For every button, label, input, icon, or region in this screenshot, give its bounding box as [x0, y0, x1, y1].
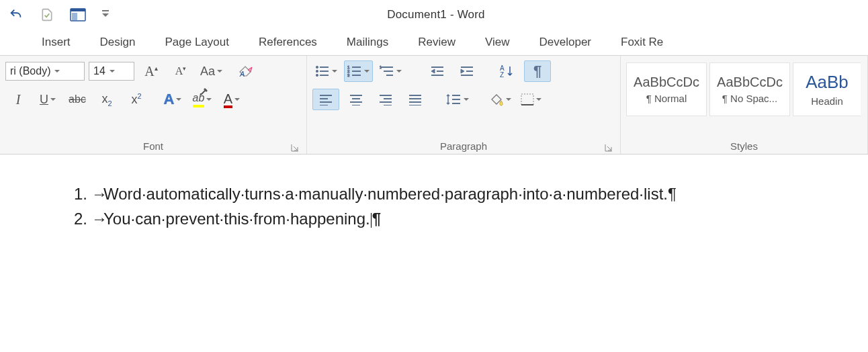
list-number-text: 1. [74, 185, 87, 203]
group-font: ri (Body) 14 A▴ A▾ Aa [0, 56, 307, 154]
increase-indent-button[interactable] [454, 61, 480, 81]
text-cursor [371, 213, 372, 228]
highlight-color-button[interactable]: ab [189, 89, 215, 109]
sort-button[interactable]: A Z [494, 61, 520, 81]
chevron-down-icon [536, 97, 541, 102]
font-size-combo[interactable]: 14 [89, 62, 134, 81]
tab-references[interactable]: References [244, 30, 332, 55]
chevron-down-icon [206, 97, 212, 102]
list-item: 1.→ Word·automatically·turns·a·manually·… [74, 181, 841, 206]
titlebar: Document1 - Word [0, 0, 868, 30]
pilcrow-mark: ¶ [372, 210, 381, 228]
font-color-button[interactable]: A [219, 89, 245, 109]
tab-page-layout[interactable]: Page Layout [150, 30, 243, 55]
document-area[interactable]: 1.→ Word·automatically·turns·a·manually·… [0, 155, 868, 231]
italic-button[interactable]: I [5, 89, 31, 109]
svg-point-9 [316, 74, 318, 76]
style-no-spacing[interactable]: AaBbCcDc ¶ No Spac... [709, 62, 790, 116]
numbering-button[interactable]: 1 2 3 [344, 60, 373, 82]
quick-access-toolbar [0, 7, 112, 23]
style-normal-preview: AaBbCcDc [634, 75, 699, 90]
borders-button[interactable] [518, 89, 544, 109]
underline-icon: U [40, 93, 48, 107]
tab-review[interactable]: Review [403, 30, 470, 55]
group-styles: AaBbCcDc ¶ Normal AaBbCcDc ¶ No Spac... … [621, 56, 868, 154]
align-right-button[interactable] [373, 89, 398, 109]
underline-button[interactable]: U [35, 89, 60, 109]
chevron-down-icon [364, 69, 370, 74]
align-right-icon [378, 93, 393, 105]
superscript-button[interactable]: x2 [124, 89, 149, 109]
svg-rect-1 [71, 9, 85, 11]
multilevel-icon: 1 [380, 65, 394, 77]
dialog-launcher-icon [291, 144, 299, 152]
clear-formatting-button[interactable]: A [233, 61, 259, 81]
tab-foxit[interactable]: Foxit Re [606, 30, 678, 55]
strikethrough-icon: abc [69, 93, 86, 105]
tab-design[interactable]: Design [85, 30, 150, 55]
chevron-down-icon [176, 97, 181, 102]
font-name-combo[interactable]: ri (Body) [5, 62, 85, 81]
italic-icon: I [16, 92, 21, 107]
svg-text:3: 3 [347, 73, 350, 77]
paint-bucket-icon [489, 93, 504, 106]
undo-icon[interactable] [7, 7, 26, 23]
grow-font-button[interactable]: A▴ [138, 61, 164, 81]
superscript-icon: x2 [131, 92, 141, 107]
list-item: 2.→ You·can·prevent·this·from·happening.… [74, 206, 841, 231]
style-nospace-label: ¶ No Spac... [722, 93, 777, 104]
subscript-button[interactable]: x2 [94, 89, 120, 109]
justify-icon [408, 93, 423, 105]
align-left-icon [318, 93, 333, 105]
shrink-font-icon: A▾ [175, 65, 187, 77]
eraser-icon: A [238, 64, 254, 79]
svg-rect-3 [102, 10, 109, 11]
show-hide-button[interactable]: ¶ [524, 60, 551, 82]
align-left-button[interactable] [312, 89, 339, 110]
list-text: You·can·prevent·this·from·happening.¶ [103, 206, 381, 231]
qat-customize-icon[interactable] [99, 7, 112, 23]
text-effects-icon: A [164, 91, 175, 108]
bullets-icon [315, 65, 330, 77]
chevron-down-icon [50, 97, 56, 102]
font-color-icon: A [224, 91, 232, 108]
text-effects-button[interactable]: A [160, 89, 185, 109]
tab-mailings[interactable]: Mailings [332, 30, 403, 55]
paragraph-dialog-launcher[interactable] [604, 143, 613, 152]
mark-complete-icon[interactable] [38, 7, 56, 23]
style-heading1[interactable]: AaBb Headin [793, 62, 861, 116]
font-dialog-launcher[interactable] [290, 143, 300, 152]
strikethrough-button[interactable]: abc [64, 89, 90, 109]
change-case-button[interactable]: Aa [198, 61, 225, 81]
chevron-down-icon [464, 97, 469, 102]
chevron-down-icon [110, 69, 115, 74]
select-pane-icon[interactable] [69, 7, 87, 23]
line-spacing-button[interactable] [443, 89, 472, 109]
decrease-indent-button[interactable] [425, 61, 450, 81]
font-size-value: 14 [93, 65, 105, 77]
tab-view[interactable]: View [470, 30, 525, 55]
bullets-button[interactable] [312, 61, 340, 81]
style-heading-preview: AaBb [806, 72, 849, 93]
align-center-button[interactable] [343, 89, 369, 109]
svg-rect-2 [72, 13, 77, 20]
group-label-font-text: Font [143, 140, 163, 152]
tab-developer[interactable]: Developer [525, 30, 607, 55]
list-number-text: 2. [74, 210, 87, 228]
multilevel-list-button[interactable]: 1 [377, 61, 404, 81]
dialog-launcher-icon [605, 144, 613, 152]
borders-icon [521, 93, 534, 105]
list-number: 2.→ [74, 206, 103, 231]
group-label-paragraph-text: Paragraph [440, 140, 487, 152]
chevron-down-icon [234, 97, 240, 102]
svg-text:1: 1 [380, 65, 382, 69]
tab-insert[interactable]: Insert [27, 30, 85, 55]
justify-button[interactable] [402, 89, 428, 109]
window-title: Document1 - Word [112, 8, 868, 21]
style-normal[interactable]: AaBbCcDc ¶ Normal [626, 62, 707, 116]
chevron-down-icon [396, 69, 402, 74]
group-label-paragraph: Paragraph [312, 138, 615, 154]
style-heading-label: Headin [811, 95, 843, 107]
shrink-font-button[interactable]: A▾ [168, 61, 193, 81]
shading-button[interactable] [486, 89, 514, 109]
